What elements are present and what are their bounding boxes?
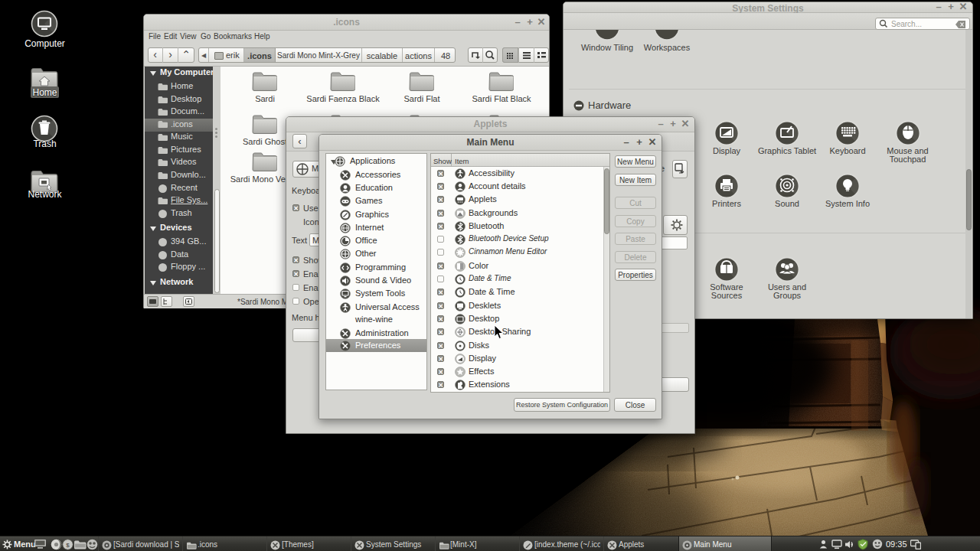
svg-text:$: $ <box>66 542 70 549</box>
